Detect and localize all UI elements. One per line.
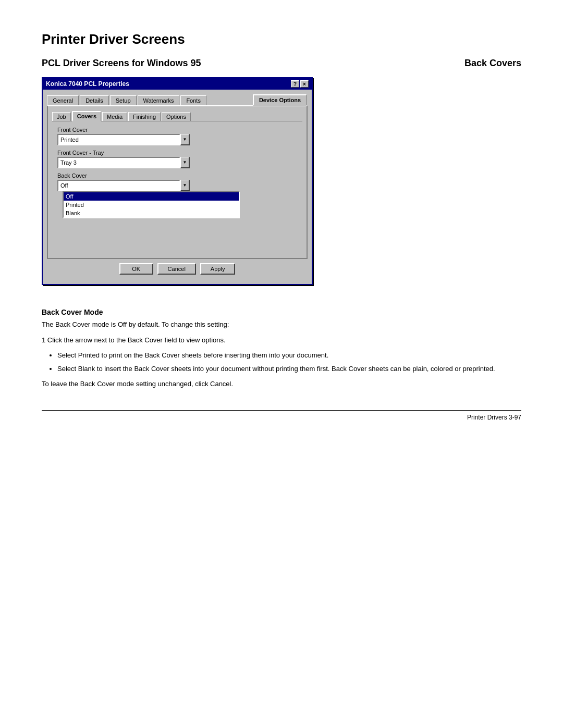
front-cover-select-wrapper: Printed ▼ [57,134,193,145]
numbered-item1: 1 Click the arrow next to the Back Cover… [42,335,521,346]
section-header-left: PCL Driver Screens for Windows 95 [42,58,201,69]
paragraph1: The Back Cover mode is Off by default. T… [42,319,521,330]
footer-rule [42,410,521,411]
tab-watermarks[interactable]: Watermarks [138,95,180,105]
back-cover-dropdown-btn[interactable]: ▼ [180,180,190,191]
tab-finishing[interactable]: Finishing [128,112,161,121]
front-cover-tray-dropdown-btn[interactable]: ▼ [180,157,190,168]
tab-options[interactable]: Options [162,112,191,121]
back-cover-select-wrapper: Off ▼ [57,180,193,191]
tab-general[interactable]: General [47,95,79,105]
back-cover-value: Off [57,180,180,191]
back-cover-label: Back Cover [57,172,297,179]
apply-button[interactable]: Apply [200,263,236,275]
front-cover-tray-label: Front Cover - Tray [57,150,297,156]
dialog-footer: OK Cancel Apply [47,259,308,280]
front-cover-group: Front Cover Printed ▼ [52,127,302,145]
help-button[interactable]: ? [291,80,299,88]
content-section: Back Cover Mode The Back Cover mode is O… [42,308,521,389]
close-button[interactable]: × [300,80,309,88]
titlebar-buttons: ? × [291,80,309,88]
back-cover-group: Back Cover Off ▼ Off Printed Blank [52,172,302,218]
front-cover-tray-select-wrapper: Tray 3 ▼ [57,157,193,168]
tab-details[interactable]: Details [80,95,109,105]
dropdown-item-off[interactable]: Off [64,192,239,201]
tab-covers[interactable]: Covers [72,111,101,121]
bullet-item-1: Select Printed to print on the Back Cove… [57,350,521,361]
dropdown-item-printed[interactable]: Printed [64,201,239,209]
dialog-titlebar: Konica 7040 PCL Properties ? × [43,78,312,90]
inner-tab-bar: Job Covers Media Finishing Options [52,110,302,121]
tab-fonts[interactable]: Fonts [180,95,206,105]
page-title: Printer Driver Screens [42,31,521,47]
front-cover-label: Front Cover [57,127,297,133]
ok-button[interactable]: OK [119,263,153,275]
dialog-body: General Details Setup Watermarks Fonts D… [43,90,312,284]
outer-tab-bar: General Details Setup Watermarks Fonts D… [47,94,308,105]
dropdown-item-blank[interactable]: Blank [64,209,239,217]
spacer [52,223,302,254]
front-cover-tray-group: Front Cover - Tray Tray 3 ▼ [52,150,302,168]
front-cover-value: Printed [57,134,180,145]
cancel-button[interactable]: Cancel [157,263,196,275]
front-cover-dropdown-btn[interactable]: ▼ [180,134,190,145]
footer-text: Printer Drivers 3-97 [42,414,521,421]
tab-media[interactable]: Media [102,112,127,121]
outer-tab-panel: Job Covers Media Finishing Options Front… [47,105,308,259]
tab-job[interactable]: Job [52,112,71,121]
back-cover-mode-heading: Back Cover Mode [42,308,521,316]
paragraph2: To leave the Back Cover mode setting unc… [42,379,521,389]
dialog-title: Konica 7040 PCL Properties [46,80,129,88]
tab-device-options[interactable]: Device Options [253,94,307,106]
section-header-row: PCL Driver Screens for Windows 95 Back C… [42,58,521,69]
tab-setup[interactable]: Setup [110,95,137,105]
bullet-list: Select Printed to print on the Back Cove… [57,350,521,374]
bullet-item-2: Select Blank to insert the Back Cover sh… [57,364,521,374]
back-cover-dropdown-list: Off Printed Blank [63,191,240,218]
front-cover-tray-value: Tray 3 [57,157,180,168]
dialog-window: Konica 7040 PCL Properties ? × General D… [42,77,313,285]
section-header-right: Back Covers [464,58,521,69]
